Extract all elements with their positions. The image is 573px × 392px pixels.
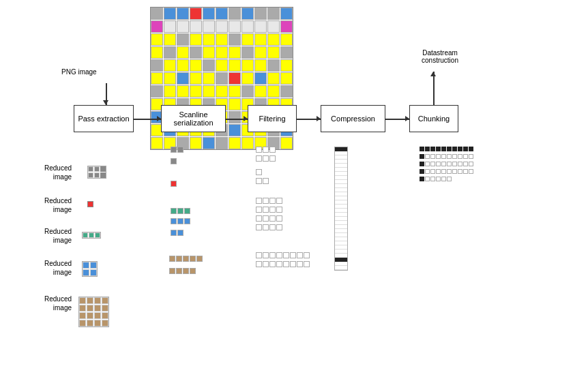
grid-cell (241, 46, 254, 59)
grid-cell (280, 20, 293, 33)
grid-cell (254, 72, 267, 85)
grid-cell (254, 7, 267, 20)
grid-cell (267, 46, 280, 59)
chunk-2 (420, 154, 473, 159)
datastream-construction-label: Datastream construction (406, 49, 474, 64)
grid-cell (151, 137, 163, 149)
grid-cell (267, 20, 280, 33)
chunk-4 (420, 169, 473, 174)
grid-cell (229, 85, 241, 97)
grid-cell (177, 33, 189, 46)
grid-cell (177, 85, 189, 97)
grid-cell (280, 85, 293, 97)
reduced-image-3 (82, 232, 101, 239)
grid-cell (190, 59, 202, 72)
grid-cell (267, 85, 280, 97)
grid-cell (203, 20, 215, 33)
arrow-compression-to-chunking (385, 119, 409, 120)
grid-cell (177, 46, 189, 59)
grid-cell (164, 46, 176, 59)
grid-cell (229, 33, 241, 46)
grid-cell (151, 72, 163, 85)
grid-cell (229, 111, 241, 123)
grid-cell (203, 33, 215, 46)
grid-cell (151, 20, 163, 33)
filter-3c (256, 215, 282, 222)
grid-cell (190, 46, 202, 59)
grid-cell (254, 59, 267, 72)
grid-cell (280, 137, 293, 149)
serial-2 (171, 158, 177, 164)
reduced-image-4 (82, 261, 98, 277)
grid-cell (190, 20, 202, 33)
grid-cell (254, 46, 267, 59)
grid-cell (280, 33, 293, 46)
grid-cell (151, 59, 163, 72)
grid-cell (190, 72, 202, 85)
compression-box: Compression (321, 105, 385, 132)
grid-cell (254, 20, 267, 33)
grid-cell (203, 137, 215, 149)
chunk-1 (420, 147, 473, 151)
serial-3 (171, 181, 177, 187)
grid-cell (177, 72, 189, 85)
grid-cell (241, 59, 254, 72)
grid-cell (241, 85, 254, 97)
reduced-image-5 (78, 297, 109, 327)
grid-cell (241, 137, 254, 149)
grid-cell (190, 33, 202, 46)
png-image-label: PNG image (61, 68, 97, 76)
grid-cell (216, 46, 228, 59)
grid-cell (229, 137, 241, 149)
reduced-image-label-2: Reducedimage (44, 196, 72, 214)
grid-cell (151, 46, 163, 59)
compression-bar (334, 147, 348, 271)
grid-cell (280, 59, 293, 72)
grid-cell (267, 59, 280, 72)
grid-cell (151, 33, 163, 46)
grid-cell (280, 46, 293, 59)
reduced-image-label-4: Reducedimage (44, 259, 72, 277)
grid-cell (177, 59, 189, 72)
grid-cell (280, 7, 293, 20)
grid-cell (241, 33, 254, 46)
reduced-image-label-5: Reducedimage (44, 295, 72, 312)
serial-1 (171, 147, 183, 153)
serial-5 (171, 218, 190, 224)
grid-cell (164, 85, 176, 97)
grid-cell (267, 72, 280, 85)
filter-4 (256, 252, 310, 258)
arrow-chunking-to-datastream (433, 72, 435, 105)
grid-cell (229, 124, 241, 136)
grid-cell (216, 20, 228, 33)
grid-cell (280, 72, 293, 85)
grid-cell (216, 85, 228, 97)
grid-cell (216, 7, 228, 20)
filter-3 (256, 198, 282, 204)
serial-8 (169, 268, 196, 274)
grid-cell (229, 59, 241, 72)
grid-cell (241, 7, 254, 20)
grid-cell (241, 72, 254, 85)
grid-cell (203, 46, 215, 59)
grid-cell (216, 33, 228, 46)
reduced-image-2 (87, 201, 93, 207)
serial-4 (171, 208, 190, 214)
filtering-box: Filtering (248, 105, 297, 132)
filter-3d (256, 224, 282, 230)
serial-7 (169, 256, 203, 262)
grid-cell (164, 20, 176, 33)
grid-cell (216, 137, 228, 149)
filter-2 (256, 169, 262, 175)
chunk-3 (420, 162, 473, 166)
grid-cell (177, 7, 189, 20)
filter-4b (256, 261, 310, 267)
arrow-pass-to-scanline (134, 119, 161, 120)
filter-1 (256, 147, 276, 153)
grid-cell (229, 72, 241, 85)
grid-cell (190, 7, 202, 20)
chunking-box: Chunking (409, 105, 458, 132)
grid-cell (203, 85, 215, 97)
diagram: PNG image Pass extraction Scanline seria… (0, 0, 573, 392)
grid-cell (190, 85, 202, 97)
